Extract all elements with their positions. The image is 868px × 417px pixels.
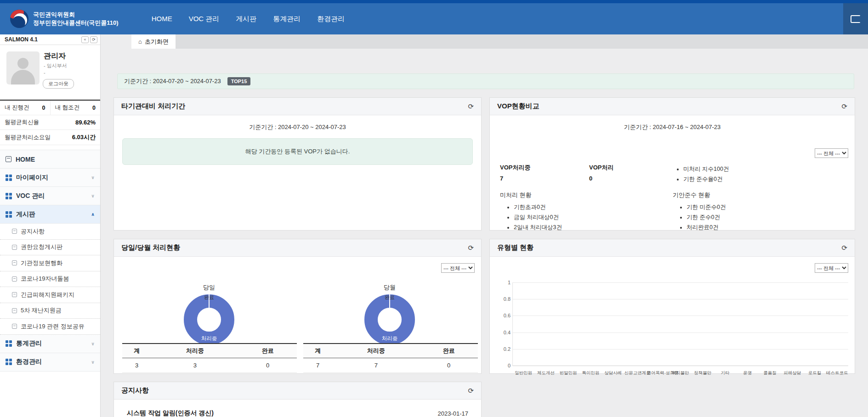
bullet-list: 기한 미준수0건 기한 준수0건 처리완료0건	[686, 203, 726, 231]
panel-header: 공지사항 ⟳	[114, 382, 481, 400]
by-type-filter-select[interactable]: --- 전체 ---	[815, 263, 848, 273]
grid-icon	[6, 359, 12, 365]
screen-toggle-button[interactable]	[843, 3, 868, 34]
panel-header: 당일/당월 처리현황 ⟳	[114, 239, 481, 257]
y-tick: 0	[492, 363, 511, 368]
bar-chart-plot: 1 0.8 0.6 0.4 0.2 0	[512, 282, 848, 366]
x-category: 기타	[720, 370, 729, 376]
y-tick: 0.4	[492, 330, 511, 335]
nav-item-stats[interactable]: 통계관리	[273, 15, 301, 23]
y-tick: 0.6	[492, 313, 511, 318]
sidebar-item-env[interactable]: 환경관리 ∨	[0, 353, 100, 372]
logo-text: 국민권익위원회 정부민원안내콜센터(국민콜110)	[33, 11, 119, 27]
y-tick: 0.8	[492, 296, 511, 302]
main-content: ⌂ 초기화면 기준기간 : 2024-07-20 ~ 2024-07-23 TO…	[102, 34, 868, 417]
stat-value: 0	[589, 175, 613, 182]
sidebar-subitem-auth-request[interactable]: 권한요청게시판	[0, 240, 100, 256]
panel-title: 유형별 현황	[497, 243, 841, 252]
sidebar-menu: HOME 마이페이지 ∨ VOC 관리 ∨ 게시판 ∧ 공지사항 권한요청게시판…	[0, 150, 100, 372]
sidebar-subitem-covid-info[interactable]: 코로나19 관련 정보공유	[0, 319, 100, 335]
avatar	[6, 51, 40, 85]
bullet-item: 기한 미준수0건	[686, 203, 726, 211]
top15-badge: TOP15	[227, 77, 251, 85]
chevron-down-icon: ∨	[91, 341, 95, 346]
refresh-icon[interactable]: ⟳	[468, 102, 474, 111]
panel-header: 유형별 현황 ⟳	[490, 239, 855, 257]
chevron-down-icon: ∨	[91, 175, 95, 180]
cell-total: 3	[122, 358, 151, 373]
x-axis-categories: 일반민원 제도개선 빈발민원 특이민원 상담사례 신문고연계콜 언어폭력·성희롱…	[512, 368, 848, 376]
subitem-icon	[12, 324, 17, 329]
stat-label: 월평균처리소요일	[5, 134, 51, 141]
section-title: 미처리 현황	[500, 191, 562, 199]
chevron-down-icon: ∨	[91, 360, 95, 365]
panel-period-text: 기준기간 : 2024-07-16 ~ 2024-07-23	[490, 123, 855, 131]
notice-title[interactable]: 시스템 작업 알림(인증서 갱신)	[127, 409, 214, 417]
y-tick: 0.2	[492, 346, 511, 352]
donut-done-label: 완료	[364, 294, 415, 301]
daily-monthly-filter-select[interactable]: --- 전체 ---	[441, 263, 475, 273]
sidebar-subitem-label: 5차 재난지원금	[21, 306, 62, 315]
panel-title: 타기관대비 처리기간	[121, 102, 468, 111]
sidebar-subitem-5th-relief[interactable]: 5차 재난지원금	[0, 303, 100, 319]
notice-row[interactable]: 시스템 작업 알림(인증서 갱신) 2023-01-17	[114, 400, 481, 417]
bullet-item: 금일 처리대상0건	[514, 214, 562, 221]
refresh-icon[interactable]: ⟳	[468, 387, 474, 395]
user-dept: - 임시부서	[44, 62, 67, 69]
vop-filter-select[interactable]: --- 전체 ---	[815, 148, 848, 158]
sidebar-subitem-notice[interactable]: 공지사항	[0, 224, 100, 240]
sidebar-item-stats[interactable]: 통계관리 ∨	[0, 335, 100, 353]
stat-reply-rate: 월평균회신율 89.62%	[0, 115, 100, 130]
stats-pair-row: 내 진행건 0 내 협조건 0	[0, 101, 100, 115]
x-category: 피해상담	[783, 370, 801, 376]
sidebar-subitem-org-info[interactable]: 기관정보현행화	[0, 255, 100, 271]
vop-stat-processing: VOP처리중 7	[500, 163, 530, 182]
stat-my-coop: 내 협조건 0	[50, 101, 101, 115]
sidebar-subitem-covid-childcare[interactable]: 코로나19자녀돌봄	[0, 271, 100, 287]
col-header: 계	[122, 344, 151, 358]
period-bar-text: 기준기간 : 2024-07-20 ~ 2024-07-23	[124, 77, 221, 85]
by-type-body: --- 전체 --- 1 0.8 0.6 0.4 0.2 0 일반민원 제도개선…	[490, 257, 855, 373]
bullet-item: 미처리 지수100건	[683, 165, 729, 173]
sidebar-item-voc[interactable]: VOC 관리 ∨	[0, 187, 100, 205]
y-tick: 1	[492, 280, 511, 285]
x-category: 일반민원	[515, 370, 532, 376]
sidebar-subitem-label: 코로나19 관련 정보공유	[21, 322, 85, 331]
sidebar-collapse-button[interactable]: «	[81, 36, 89, 43]
x-category: 특이민원	[582, 370, 600, 376]
sidebar-item-board[interactable]: 게시판 ∧	[0, 205, 100, 224]
nav-item-home[interactable]: HOME	[152, 15, 172, 23]
panel-by-type: 유형별 현황 ⟳ --- 전체 --- 1 0.8 0.6 0.4 0.2 0	[489, 239, 855, 374]
tab-initial-screen[interactable]: ⌂ 초기화면	[131, 34, 176, 49]
nav-item-board[interactable]: 게시판	[236, 15, 256, 23]
stat-label: VOP처리	[589, 163, 613, 172]
subitem-icon	[12, 308, 17, 313]
refresh-icon[interactable]: ⟳	[468, 244, 474, 252]
nav-item-voc[interactable]: VOC 관리	[189, 15, 220, 23]
top-navbar: 국민권익위원회 정부민원안내콜센터(국민콜110) HOME VOC 관리 게시…	[0, 3, 868, 34]
chevron-up-icon: ∧	[91, 212, 95, 217]
logo-line2: 정부민원안내콜센터(국민콜110)	[33, 19, 119, 27]
app-logo[interactable]: 국민권익위원회 정부민원안내콜센터(국민콜110)	[10, 10, 119, 28]
daily-summary-table: 계 처리중 완료 3 3 0	[122, 343, 297, 373]
panel-header: 타기관대비 처리기간 ⟳	[114, 98, 481, 115]
sidebar-subitem-emergency-support[interactable]: 긴급피해지원패키지	[0, 287, 100, 303]
panel-header: VOP현황비교 ⟳	[490, 98, 855, 115]
x-category: 로드킬	[808, 370, 822, 376]
panel-notice: 공지사항 ⟳ 시스템 작업 알림(인증서 갱신) 2023-01-17	[113, 382, 482, 417]
col-header: 처리중	[151, 344, 238, 358]
logout-button[interactable]: 로그아웃	[43, 79, 74, 89]
sidebar-refresh-button[interactable]: ⟳	[90, 36, 97, 43]
x-category: 빈발민원	[560, 370, 577, 376]
refresh-icon[interactable]: ⟳	[841, 102, 847, 111]
donut-title: 당월	[353, 283, 426, 292]
sidebar-item-mypage[interactable]: 마이페이지 ∨	[0, 169, 100, 187]
sidebar-item-home[interactable]: HOME	[0, 150, 100, 169]
bullet-list: 기한초과0건 금일 처리대상0건 2일내 처리대상3건	[514, 203, 562, 231]
screen-icon	[851, 15, 861, 23]
nav-item-env[interactable]: 환경관리	[317, 15, 345, 23]
panel-processing-period: 타기관대비 처리기간 ⟳ 기준기간 : 2024-07-20 ~ 2024-07…	[113, 97, 482, 231]
monthly-summary-table: 계 처리중 완료 7 7 0	[303, 343, 478, 373]
sidebar-subitem-label: 권한요청게시판	[21, 243, 62, 251]
refresh-icon[interactable]: ⟳	[841, 244, 847, 252]
